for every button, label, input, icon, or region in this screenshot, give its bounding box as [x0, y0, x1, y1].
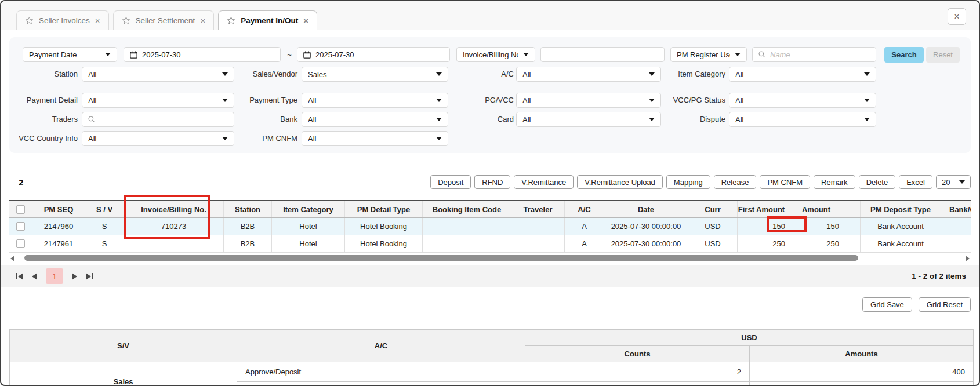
summary-col-ac: A/C — [237, 330, 525, 362]
cell-bank-card — [941, 218, 971, 235]
scroll-right-arrow-icon[interactable] — [966, 256, 970, 261]
col-pm-detail-type: PM Detail Type — [345, 201, 423, 217]
next-page-button[interactable] — [72, 269, 77, 284]
pm-cnfm-button[interactable]: PM CNFM — [760, 175, 810, 189]
dispute-select[interactable]: All — [729, 112, 876, 127]
excel-button[interactable]: Excel — [899, 175, 932, 189]
chevron-down-icon — [105, 53, 111, 56]
items-range-text: 1 - 2 of 2 items — [912, 272, 966, 281]
remark-button[interactable]: Remark — [814, 175, 855, 189]
tab-bar: Seller Invoices × Seller Settlement × Pa… — [1, 1, 979, 30]
payment-type-select[interactable]: All — [302, 93, 448, 108]
bank-value: All — [308, 115, 431, 124]
grid-reset-button[interactable]: Grid Reset — [919, 297, 971, 312]
card-select[interactable]: All — [516, 112, 661, 127]
col-amount: Amount — [793, 201, 861, 217]
summary-amounts-value: 400 — [750, 362, 974, 382]
chevron-down-icon — [864, 118, 870, 121]
dispute-value: All — [735, 115, 859, 124]
ac-select[interactable]: All — [516, 67, 661, 82]
invoice-number-field[interactable] — [540, 47, 665, 62]
favorite-star-icon[interactable] — [227, 16, 235, 25]
row-checkbox-cell — [9, 235, 32, 252]
payment-detail-select[interactable]: All — [82, 93, 234, 108]
sales-vendor-select[interactable]: Sales — [302, 67, 448, 82]
tab-payment-in-out[interactable]: Payment In/Out × — [218, 10, 317, 30]
pg-vcc-select[interactable]: All — [516, 93, 661, 108]
current-page-button[interactable]: 1 — [46, 268, 63, 284]
cell-sv: S — [85, 218, 124, 235]
col-pm-deposit-type: PM Deposit Type — [861, 201, 941, 217]
summary-col-amounts: Amounts — [750, 346, 974, 362]
payment-type-value: All — [308, 96, 431, 105]
date-from-input[interactable]: 2025-07-30 — [124, 47, 281, 62]
station-select[interactable]: All — [82, 67, 234, 82]
scrollbar-thumb[interactable] — [24, 255, 858, 261]
rfnd-button[interactable]: RFND — [474, 175, 510, 189]
pm-cnfm-select[interactable]: All — [302, 131, 448, 146]
pm-cnfm-value: All — [308, 134, 431, 143]
date-to-input[interactable]: 2025-07-30 — [297, 47, 450, 62]
col-date: Date — [604, 201, 688, 217]
invoice-number-input[interactable] — [546, 50, 659, 59]
summary-ac-value: Approve/Deposit — [237, 362, 525, 382]
mapping-button[interactable]: Mapping — [666, 175, 710, 189]
page-size-select[interactable]: 20 — [936, 175, 971, 189]
col-first-amount: First Amount — [738, 201, 793, 217]
tab-close-icon[interactable]: × — [200, 16, 205, 25]
summary-sv-value: Sales — [10, 362, 237, 386]
release-button[interactable]: Release — [714, 175, 757, 189]
tab-seller-settlement[interactable]: Seller Settlement × — [113, 10, 215, 30]
window-close-button[interactable]: × — [948, 8, 966, 25]
tab-label: Seller Settlement — [136, 16, 195, 25]
traders-field[interactable] — [82, 112, 234, 127]
user-name-field[interactable] — [752, 47, 876, 62]
tab-close-icon[interactable]: × — [95, 16, 100, 25]
search-icon — [758, 50, 766, 59]
vcc-pg-status-value: All — [735, 96, 859, 105]
last-page-icon — [86, 273, 91, 280]
filter-row-3: Payment Detail All Payment Type All PG/V… — [9, 93, 971, 108]
reset-button[interactable]: Reset — [926, 47, 960, 63]
tab-label: Payment In/Out — [241, 16, 298, 25]
user-name-input[interactable] — [770, 50, 870, 59]
first-page-button[interactable] — [16, 269, 23, 284]
pm-register-user-select[interactable]: PM Register User — [670, 47, 747, 62]
col-ac: A/C — [565, 201, 604, 217]
search-button[interactable]: Search — [884, 47, 924, 63]
cell-pm-seq: 2147961 — [32, 235, 85, 252]
col-sv: S / V — [85, 201, 124, 217]
date-field-type-select[interactable]: Payment Date — [23, 47, 117, 62]
table-row[interactable]: 2147960 S 710273 B2B Hotel Hotel Booking… — [9, 218, 971, 235]
filter-label-payment-type: Payment Type — [222, 93, 297, 108]
select-all-checkbox[interactable] — [16, 205, 25, 214]
col-curr: Curr — [688, 201, 738, 217]
favorite-star-icon[interactable] — [25, 16, 34, 25]
scroll-left-arrow-icon[interactable] — [10, 256, 14, 261]
deposit-button[interactable]: Deposit — [430, 175, 471, 189]
vcc-country-info-select[interactable]: All — [82, 131, 234, 146]
v-remittance-upload-button[interactable]: V.Remittance Upload — [577, 175, 663, 189]
tab-seller-invoices[interactable]: Seller Invoices × — [16, 10, 109, 30]
col-traveler: Traveler — [511, 201, 565, 217]
item-category-select[interactable]: All — [729, 67, 876, 82]
vcc-pg-status-select[interactable]: All — [729, 93, 876, 108]
table-row[interactable]: 2147961 S B2B Hotel Hotel Booking A 2025… — [9, 235, 971, 253]
delete-button[interactable]: Delete — [859, 175, 896, 189]
traders-input[interactable] — [100, 115, 228, 124]
previous-page-icon — [32, 273, 37, 280]
favorite-star-icon[interactable] — [122, 16, 130, 25]
row-checkbox[interactable] — [16, 222, 25, 231]
cell-item-category: Hotel — [272, 218, 345, 235]
row-checkbox[interactable] — [16, 239, 25, 248]
filter-row-2: Station All Sales/Vendor Sales A/C All I… — [9, 67, 971, 82]
grid-save-button[interactable]: Grid Save — [862, 297, 912, 312]
last-page-button[interactable] — [86, 269, 93, 284]
summary-counts-value — [525, 382, 750, 386]
previous-page-button[interactable] — [32, 269, 37, 284]
invoice-field-type-select[interactable]: Invoice/Billing No. — [456, 47, 535, 62]
bank-select[interactable]: All — [302, 112, 448, 127]
filter-divider — [17, 89, 963, 89]
v-remittance-button[interactable]: V.Remittance — [514, 175, 574, 189]
tab-close-icon[interactable]: × — [303, 16, 308, 25]
